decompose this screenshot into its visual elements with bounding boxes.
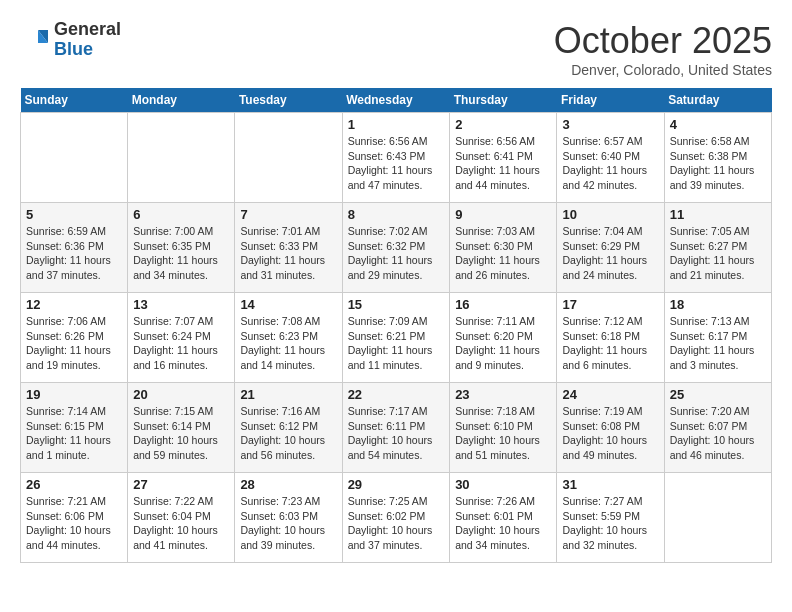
calendar-week-row: 12Sunrise: 7:06 AM Sunset: 6:26 PM Dayli… [21, 293, 772, 383]
day-number: 23 [455, 387, 551, 402]
calendar-cell: 5Sunrise: 6:59 AM Sunset: 6:36 PM Daylig… [21, 203, 128, 293]
day-info: Sunrise: 7:08 AM Sunset: 6:23 PM Dayligh… [240, 314, 336, 373]
title-block: October 2025 Denver, Colorado, United St… [554, 20, 772, 78]
day-number: 13 [133, 297, 229, 312]
day-info: Sunrise: 6:56 AM Sunset: 6:43 PM Dayligh… [348, 134, 445, 193]
calendar-cell: 4Sunrise: 6:58 AM Sunset: 6:38 PM Daylig… [664, 113, 771, 203]
calendar-cell: 3Sunrise: 6:57 AM Sunset: 6:40 PM Daylig… [557, 113, 664, 203]
day-info: Sunrise: 7:06 AM Sunset: 6:26 PM Dayligh… [26, 314, 122, 373]
calendar-cell: 21Sunrise: 7:16 AM Sunset: 6:12 PM Dayli… [235, 383, 342, 473]
day-number: 17 [562, 297, 658, 312]
calendar-cell [235, 113, 342, 203]
day-number: 9 [455, 207, 551, 222]
calendar-cell: 10Sunrise: 7:04 AM Sunset: 6:29 PM Dayli… [557, 203, 664, 293]
calendar-week-row: 1Sunrise: 6:56 AM Sunset: 6:43 PM Daylig… [21, 113, 772, 203]
day-info: Sunrise: 7:12 AM Sunset: 6:18 PM Dayligh… [562, 314, 658, 373]
day-info: Sunrise: 7:17 AM Sunset: 6:11 PM Dayligh… [348, 404, 445, 463]
day-number: 18 [670, 297, 766, 312]
calendar-week-row: 5Sunrise: 6:59 AM Sunset: 6:36 PM Daylig… [21, 203, 772, 293]
day-info: Sunrise: 7:16 AM Sunset: 6:12 PM Dayligh… [240, 404, 336, 463]
logo-general: General [54, 20, 121, 40]
day-info: Sunrise: 7:22 AM Sunset: 6:04 PM Dayligh… [133, 494, 229, 553]
day-number: 28 [240, 477, 336, 492]
day-number: 11 [670, 207, 766, 222]
month-title: October 2025 [554, 20, 772, 62]
day-of-week-header: Wednesday [342, 88, 450, 113]
day-number: 8 [348, 207, 445, 222]
calendar-cell: 23Sunrise: 7:18 AM Sunset: 6:10 PM Dayli… [450, 383, 557, 473]
day-number: 14 [240, 297, 336, 312]
day-number: 15 [348, 297, 445, 312]
calendar-cell: 27Sunrise: 7:22 AM Sunset: 6:04 PM Dayli… [128, 473, 235, 563]
day-number: 19 [26, 387, 122, 402]
day-number: 26 [26, 477, 122, 492]
calendar-week-row: 26Sunrise: 7:21 AM Sunset: 6:06 PM Dayli… [21, 473, 772, 563]
calendar-cell: 30Sunrise: 7:26 AM Sunset: 6:01 PM Dayli… [450, 473, 557, 563]
day-number: 27 [133, 477, 229, 492]
day-number: 31 [562, 477, 658, 492]
day-number: 16 [455, 297, 551, 312]
logo-icon [20, 25, 50, 55]
location: Denver, Colorado, United States [554, 62, 772, 78]
day-number: 22 [348, 387, 445, 402]
day-of-week-header: Tuesday [235, 88, 342, 113]
day-info: Sunrise: 7:27 AM Sunset: 5:59 PM Dayligh… [562, 494, 658, 553]
day-info: Sunrise: 6:59 AM Sunset: 6:36 PM Dayligh… [26, 224, 122, 283]
day-number: 24 [562, 387, 658, 402]
day-info: Sunrise: 6:57 AM Sunset: 6:40 PM Dayligh… [562, 134, 658, 193]
day-info: Sunrise: 7:04 AM Sunset: 6:29 PM Dayligh… [562, 224, 658, 283]
calendar-cell: 2Sunrise: 6:56 AM Sunset: 6:41 PM Daylig… [450, 113, 557, 203]
calendar-cell [21, 113, 128, 203]
day-number: 21 [240, 387, 336, 402]
day-of-week-header: Friday [557, 88, 664, 113]
day-info: Sunrise: 7:23 AM Sunset: 6:03 PM Dayligh… [240, 494, 336, 553]
calendar-cell: 20Sunrise: 7:15 AM Sunset: 6:14 PM Dayli… [128, 383, 235, 473]
logo-blue: Blue [54, 40, 121, 60]
day-number: 12 [26, 297, 122, 312]
calendar-cell: 26Sunrise: 7:21 AM Sunset: 6:06 PM Dayli… [21, 473, 128, 563]
day-of-week-header: Saturday [664, 88, 771, 113]
day-info: Sunrise: 7:03 AM Sunset: 6:30 PM Dayligh… [455, 224, 551, 283]
day-number: 5 [26, 207, 122, 222]
day-info: Sunrise: 6:58 AM Sunset: 6:38 PM Dayligh… [670, 134, 766, 193]
day-info: Sunrise: 7:01 AM Sunset: 6:33 PM Dayligh… [240, 224, 336, 283]
day-info: Sunrise: 7:13 AM Sunset: 6:17 PM Dayligh… [670, 314, 766, 373]
calendar-cell: 28Sunrise: 7:23 AM Sunset: 6:03 PM Dayli… [235, 473, 342, 563]
day-number: 20 [133, 387, 229, 402]
day-info: Sunrise: 7:26 AM Sunset: 6:01 PM Dayligh… [455, 494, 551, 553]
calendar-header-row: SundayMondayTuesdayWednesdayThursdayFrid… [21, 88, 772, 113]
day-info: Sunrise: 7:07 AM Sunset: 6:24 PM Dayligh… [133, 314, 229, 373]
day-info: Sunrise: 6:56 AM Sunset: 6:41 PM Dayligh… [455, 134, 551, 193]
calendar-table: SundayMondayTuesdayWednesdayThursdayFrid… [20, 88, 772, 563]
day-number: 3 [562, 117, 658, 132]
calendar-cell: 25Sunrise: 7:20 AM Sunset: 6:07 PM Dayli… [664, 383, 771, 473]
calendar-cell: 31Sunrise: 7:27 AM Sunset: 5:59 PM Dayli… [557, 473, 664, 563]
calendar-cell: 13Sunrise: 7:07 AM Sunset: 6:24 PM Dayli… [128, 293, 235, 383]
day-of-week-header: Monday [128, 88, 235, 113]
day-number: 25 [670, 387, 766, 402]
day-number: 30 [455, 477, 551, 492]
calendar-cell: 19Sunrise: 7:14 AM Sunset: 6:15 PM Dayli… [21, 383, 128, 473]
day-number: 1 [348, 117, 445, 132]
day-info: Sunrise: 7:19 AM Sunset: 6:08 PM Dayligh… [562, 404, 658, 463]
day-info: Sunrise: 7:14 AM Sunset: 6:15 PM Dayligh… [26, 404, 122, 463]
calendar-week-row: 19Sunrise: 7:14 AM Sunset: 6:15 PM Dayli… [21, 383, 772, 473]
calendar-cell [128, 113, 235, 203]
day-info: Sunrise: 7:25 AM Sunset: 6:02 PM Dayligh… [348, 494, 445, 553]
day-info: Sunrise: 7:18 AM Sunset: 6:10 PM Dayligh… [455, 404, 551, 463]
day-info: Sunrise: 7:11 AM Sunset: 6:20 PM Dayligh… [455, 314, 551, 373]
calendar-cell: 8Sunrise: 7:02 AM Sunset: 6:32 PM Daylig… [342, 203, 450, 293]
day-number: 2 [455, 117, 551, 132]
calendar-cell: 29Sunrise: 7:25 AM Sunset: 6:02 PM Dayli… [342, 473, 450, 563]
day-of-week-header: Sunday [21, 88, 128, 113]
calendar-cell: 9Sunrise: 7:03 AM Sunset: 6:30 PM Daylig… [450, 203, 557, 293]
day-info: Sunrise: 7:21 AM Sunset: 6:06 PM Dayligh… [26, 494, 122, 553]
day-number: 4 [670, 117, 766, 132]
calendar-cell: 14Sunrise: 7:08 AM Sunset: 6:23 PM Dayli… [235, 293, 342, 383]
calendar-cell [664, 473, 771, 563]
calendar-cell: 18Sunrise: 7:13 AM Sunset: 6:17 PM Dayli… [664, 293, 771, 383]
day-number: 29 [348, 477, 445, 492]
day-info: Sunrise: 7:20 AM Sunset: 6:07 PM Dayligh… [670, 404, 766, 463]
calendar-cell: 24Sunrise: 7:19 AM Sunset: 6:08 PM Dayli… [557, 383, 664, 473]
day-number: 7 [240, 207, 336, 222]
